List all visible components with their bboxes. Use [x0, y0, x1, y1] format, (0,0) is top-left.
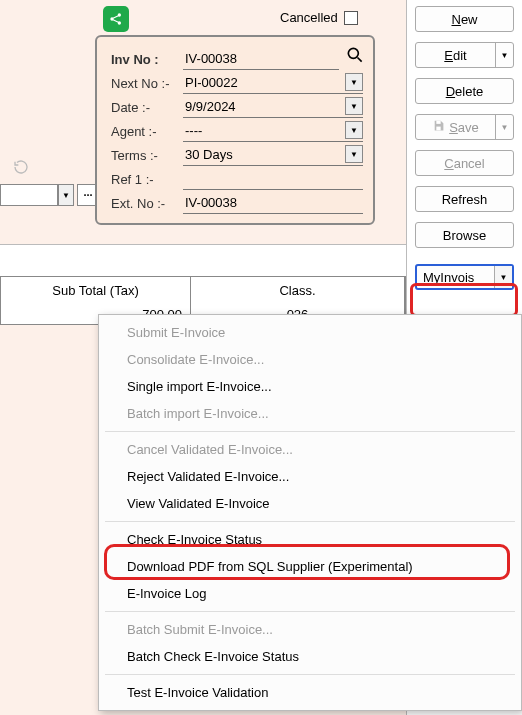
menu-submit: Submit E-Invoice: [99, 319, 521, 346]
extno-value[interactable]: IV-00038: [183, 195, 363, 210]
svg-point-3: [348, 48, 358, 58]
browse-button[interactable]: Browse: [415, 222, 514, 248]
edit-button[interactable]: Edit ▼: [415, 42, 514, 68]
menu-batch-submit: Batch Submit E-Invoice...: [99, 616, 521, 643]
terms-label: Terms :-: [111, 148, 183, 163]
agent-value[interactable]: ----: [183, 123, 345, 138]
myinvois-context-menu: Submit E-Invoice Consolidate E-Invoice..…: [98, 314, 522, 711]
save-dropdown: ▼: [495, 115, 513, 139]
edit-dropdown[interactable]: ▼: [495, 43, 513, 67]
small-combo-field[interactable]: [0, 184, 58, 206]
menu-einvoice-log[interactable]: E-Invoice Log: [99, 580, 521, 607]
menu-cancel-validated: Cancel Validated E-Invoice...: [99, 436, 521, 463]
terms-dropdown[interactable]: ▼: [345, 145, 363, 163]
next-no-label: Next No :-: [111, 76, 183, 91]
date-label: Date :-: [111, 100, 183, 115]
agent-dropdown[interactable]: ▼: [345, 121, 363, 139]
refresh-button[interactable]: Refresh: [415, 186, 514, 212]
inv-no-value[interactable]: IV-00038: [183, 51, 339, 66]
save-button: Save ▼: [415, 114, 514, 140]
menu-batch-check[interactable]: Batch Check E-Invoice Status: [99, 643, 521, 670]
col-class[interactable]: Class.: [191, 277, 405, 303]
menu-download-pdf[interactable]: Download PDF from SQL Supplier (Experime…: [99, 553, 521, 580]
info-panel: Inv No : IV-00038 Next No :- PI-00022 ▼ …: [95, 35, 375, 225]
delete-button[interactable]: Delete: [415, 78, 514, 104]
new-button[interactable]: New: [415, 6, 514, 32]
cancelled-checkbox-label: Cancelled: [280, 10, 358, 25]
menu-consolidate: Consolidate E-Invoice...: [99, 346, 521, 373]
extno-label: Ext. No :-: [111, 196, 183, 211]
col-subtotal[interactable]: Sub Total (Tax): [1, 277, 191, 303]
share-icon[interactable]: [103, 6, 129, 32]
refresh-icon[interactable]: [12, 158, 30, 176]
menu-test-validation[interactable]: Test E-Invoice Validation: [99, 679, 521, 706]
date-dropdown[interactable]: ▼: [345, 97, 363, 115]
myinvois-dropdown[interactable]: ▼: [494, 266, 512, 288]
inv-no-label: Inv No :: [111, 52, 183, 67]
myinvois-button[interactable]: MyInvois ▼: [415, 264, 514, 290]
menu-batch-import: Batch import E-Invoice...: [99, 400, 521, 427]
svg-rect-4: [437, 121, 441, 124]
agent-label: Agent :-: [111, 124, 183, 139]
svg-rect-5: [437, 127, 441, 131]
menu-reject-validated[interactable]: Reject Validated E-Invoice...: [99, 463, 521, 490]
menu-check-status[interactable]: Check E-Invoice Status: [99, 526, 521, 553]
small-combo-dropdown[interactable]: ▼: [58, 184, 74, 206]
cancelled-label: Cancelled: [280, 10, 338, 25]
ref1-label: Ref 1 :-: [111, 172, 183, 187]
table-header: Sub Total (Tax) Class.: [0, 276, 406, 304]
next-no-dropdown[interactable]: ▼: [345, 73, 363, 91]
date-value[interactable]: 9/9/2024: [183, 99, 345, 114]
save-icon: [432, 119, 445, 135]
cancelled-checkbox[interactable]: [344, 11, 358, 25]
small-combo: ▼ ···: [0, 184, 99, 206]
menu-view-validated[interactable]: View Validated E-Invoice: [99, 490, 521, 517]
menu-single-import[interactable]: Single import E-Invoice...: [99, 373, 521, 400]
next-no-value[interactable]: PI-00022: [183, 75, 345, 90]
search-icon[interactable]: [345, 45, 365, 65]
terms-value[interactable]: 30 Days: [183, 147, 345, 162]
cancel-button: Cancel: [415, 150, 514, 176]
